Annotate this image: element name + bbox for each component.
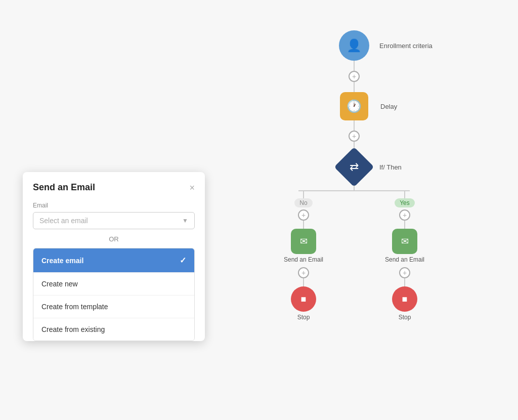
modal-title: Send an Email [33,182,95,193]
stop-right-label: Stop [399,314,411,321]
ifthen-label: If/ Then [379,163,402,171]
stop-right-node: ■ [392,286,417,312]
ifthen-diamond: ⇄ [334,147,374,187]
enrollment-circle: 👤 [339,30,369,61]
arrows-icon: ⇄ [350,160,359,174]
enrollment-label: Enrollment criteria [379,42,433,50]
connector-stop-right-top [404,278,405,286]
stop-right-icon: ■ [402,294,408,305]
send-email-right-square: ✉ [392,229,417,254]
add-after-enrollment[interactable]: + [349,71,360,82]
add-after-email-left[interactable]: + [298,267,309,278]
flow-diagram: 👤 Enrollment criteria + 🕐 Delay + [212,30,496,321]
connector-3 [354,120,355,131]
send-email-left-label: Send an Email [284,256,323,263]
add-no-branch[interactable]: + [298,209,309,221]
dropdown-item-create-email-label: Create email [41,257,83,265]
modal-close-button[interactable]: × [189,183,195,192]
connector-1 [354,61,355,71]
send-email-left-square: ✉ [291,229,316,254]
connector-stop-left-top [303,278,304,286]
flow-split: No + ✉ Send an Email + [273,190,435,321]
ifthen-node: ⇄ If/ Then [339,152,369,182]
user-icon: 👤 [347,38,362,53]
add-after-email-right[interactable]: + [399,267,410,278]
no-label: No [294,198,312,207]
enrollment-node: 👤 Enrollment criteria [339,30,369,61]
clock-icon: 🕐 [347,99,362,113]
email-select-field[interactable]: Select an email ▼ [33,212,195,229]
yes-label: Yes [395,198,415,207]
delay-label: Delay [380,103,397,110]
add-yes-branch[interactable]: + [399,209,410,221]
connector-yes-top [404,190,405,198]
connector-2 [354,82,355,92]
dropdown-item-create-from-existing-label: Create from existing [41,325,105,333]
create-email-dropdown: Create email ✓ Create new Create from te… [33,248,195,341]
email-field-label: Email [33,202,195,209]
stop-left-node: ■ [291,286,316,312]
connector-no-top [303,190,304,198]
email-right-icon: ✉ [401,236,409,247]
delay-square: 🕐 [340,92,368,120]
stop-left-label: Stop [297,314,310,321]
or-divider: OR [33,235,195,243]
branch-yes: Yes + ✉ Send an Email + [374,190,435,321]
modal-header: Send an Email × [33,182,195,193]
stop-left-circle: ■ [291,286,316,312]
send-email-left-node: ✉ [291,229,316,254]
dropdown-item-create-new-label: Create new [41,280,78,288]
chevron-down-icon: ▼ [182,217,188,224]
send-email-modal: Send an Email × Email Select an email ▼ … [23,172,205,341]
send-email-right-label: Send an Email [385,256,424,263]
dropdown-item-create-new[interactable]: Create new [33,273,194,296]
connector-no-mid [303,221,304,229]
email-left-icon: ✉ [300,236,308,247]
branch-no: No + ✉ Send an Email + [273,190,334,321]
stop-left-icon: ■ [301,294,307,305]
dropdown-item-create-from-template[interactable]: Create from template [33,296,194,318]
dropdown-item-create-from-existing[interactable]: Create from existing [33,318,194,341]
email-select-placeholder: Select an email [39,217,88,225]
stop-right-circle: ■ [392,286,417,312]
check-icon: ✓ [180,256,186,265]
send-email-right-node: ✉ [392,229,417,254]
connector-yes-mid [404,221,405,229]
dropdown-item-create-from-template-label: Create from template [41,303,108,311]
add-after-delay[interactable]: + [349,131,360,142]
delay-node: 🕐 Delay [340,92,368,120]
dropdown-item-create-email[interactable]: Create email ✓ [33,248,194,273]
